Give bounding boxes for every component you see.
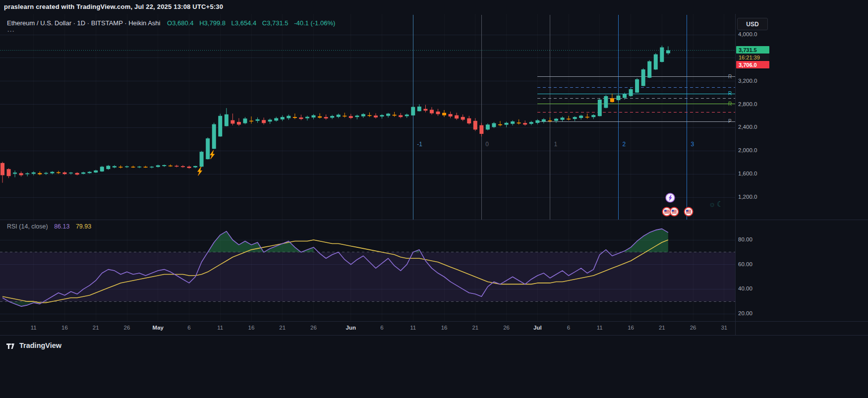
candle-body [75,173,79,174]
candle-body [647,61,651,78]
pivot-level-label: P [728,118,732,124]
candle-body [268,119,272,121]
candle-body [299,117,303,119]
secondary-price-label: 3,706.0 [736,61,769,68]
tradingview-brand[interactable]: TradingView [19,341,61,349]
time-axis-label: 11 [25,325,43,331]
candle-body [69,172,73,173]
candle-body [144,167,148,168]
time-axis-label: 16 [622,325,640,331]
candles-layer [0,46,670,183]
cycle-number-label: 3 [691,141,694,148]
price-axis-label: 2,400.0 [738,124,757,130]
candle-body [318,116,322,117]
time-axis-label: 16 [56,325,74,331]
candle-body [274,118,278,120]
candle-body [635,79,639,93]
candle-body [293,117,297,118]
candle-body [150,167,154,168]
candle-body [417,107,421,111]
rsi-title[interactable]: RSI (14, close) [7,223,48,230]
candle-body [399,115,403,117]
candle-body [32,172,36,174]
time-axis-label: 11 [404,325,422,331]
candle-body [641,69,645,86]
rsi-axis-label: 60.00 [738,261,752,267]
tradingview-logo-icon[interactable] [6,341,16,350]
candle-body [393,115,397,116]
bar-countdown-label: 16:21:39 [736,54,769,60]
time-axis-label: 21 [653,325,671,331]
rsi-axis-label: 20.00 [738,310,752,316]
time-axis-label: 26 [305,325,323,331]
symbol-legend: Ethereum / U.S. Dollar · 1D · BITSTAMP ·… [7,19,339,27]
candle-body [380,115,384,116]
sun-moon-icon: ☼☾ [709,200,724,209]
candle-body [467,118,471,123]
pivot-level-label: R [728,101,732,107]
candle-body [479,125,483,134]
candle-body [169,166,173,167]
candle-body [585,117,589,118]
candle-body [63,172,67,174]
candle-body [156,166,160,167]
candle-body [517,122,521,123]
symbol-title[interactable]: Ethereum / U.S. Dollar · 1D · BITSTAMP ·… [7,19,160,27]
current-price-label: 3,731.5 [736,46,769,54]
ohlc-open: O3,680.4 [167,19,194,27]
pane-divider[interactable] [0,220,868,220]
tradingview-chart-window: praslearn created with TradingView.com, … [0,0,868,398]
rsi-axis-label: 80.00 [738,236,752,242]
pivot-level-label: R [728,91,732,96]
candle-body [249,121,253,122]
candle-body [579,115,583,118]
candle-body [181,166,185,167]
us-flag-canton [686,210,689,212]
candle-body [113,166,116,168]
candle-body [231,120,234,124]
time-axis-label: 31 [715,325,733,331]
candle-body [305,117,309,118]
ohlc-high: H3,799.8 [199,19,226,27]
candle-body [337,114,341,116]
time-axis-label: 26 [118,325,136,331]
candle-body [567,119,571,120]
candle-body [405,114,409,116]
candle-body [281,117,285,119]
candle-body [442,113,446,115]
time-axis-label: 6 [180,325,198,331]
ohlc-change: -40.1 (-1.06%) [294,19,335,27]
candle-body [88,172,92,173]
attribution-bar: praslearn created with TradingView.com, … [0,0,868,14]
candle-body [367,115,371,116]
candle-body [137,167,141,168]
candle-body [237,122,241,124]
candle-body [523,123,527,124]
candle-body [256,119,260,121]
time-axis-label: 16 [435,325,453,331]
legend-more-button[interactable]: ⋯ [7,27,15,36]
candle-body [125,167,129,168]
rsi-ma-value: 79.93 [76,223,91,230]
candle-body [50,172,54,173]
candle-body [386,114,390,115]
candle-body [473,121,477,130]
candle-body [616,96,620,100]
cycle-lines-layer [413,15,687,220]
candle-body [361,114,365,116]
candle-body [535,120,539,123]
candle-body [19,173,23,175]
candle-body [660,48,664,62]
candle-body [666,51,670,54]
lightning-emoji [210,150,215,159]
price-axis-label: 4,000.0 [738,31,757,37]
time-axis-label: 16 [242,325,260,331]
time-axis-label: 21 [87,325,105,331]
us-flag-stripe [672,213,677,214]
candle-body [330,116,334,118]
currency-button[interactable]: USD [737,18,768,30]
candle-body [38,173,42,174]
candle-body [436,112,440,114]
time-axis-label: 6 [373,325,391,331]
rsi-axis-label: 40.00 [738,285,752,291]
